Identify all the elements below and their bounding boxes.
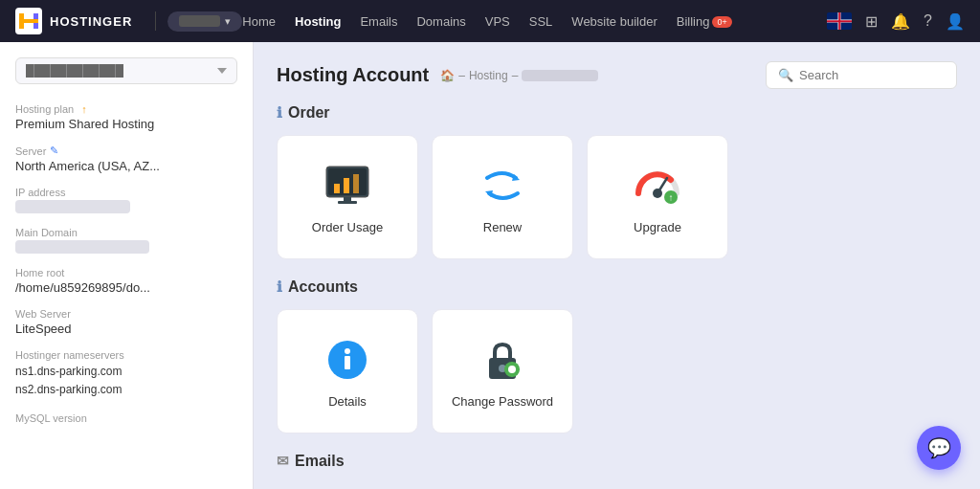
sidebar-field-webserver: Web Server LiteSpeed [15,308,237,336]
server-label: Server [15,145,46,157]
svg-rect-3 [19,19,38,23]
emails-envelope-icon: ✉ [277,453,289,470]
webserver-label: Web Server [15,308,71,320]
nav-billing[interactable]: Billing0+ [677,14,732,29]
chat-icon: 💬 [927,436,951,459]
ip-value [15,200,130,213]
nav-home[interactable]: Home [242,14,276,29]
svg-rect-8 [353,174,359,193]
details-icon [324,337,370,383]
server-edit-icon[interactable]: ✎ [50,144,58,157]
nameservers-label: Hostinger nameservers [15,349,124,361]
renew-label: Renew [483,220,522,234]
svg-rect-24 [511,362,513,365]
breadcrumb-account [522,70,598,81]
order-section: ℹ Order [277,104,957,259]
details-card[interactable]: Details [277,309,418,433]
page-layout: ████████████ Hosting plan ↑ Premium Shar… [0,42,980,489]
nav-ssl[interactable]: SSL [529,14,553,29]
nav-emails[interactable]: Emails [360,14,397,29]
notification-icon[interactable]: 🔔 [891,12,910,31]
svg-rect-25 [511,374,513,377]
emails-section-title: ✉ Emails [277,453,957,470]
details-label: Details [328,394,367,409]
account-selector[interactable]: ▾ [167,11,242,32]
order-section-title: ℹ Order [277,104,957,122]
search-box[interactable]: 🔍 [766,61,957,89]
order-usage-card[interactable]: Order Usage [277,135,418,259]
chat-button[interactable]: 💬 [917,426,961,470]
change-password-icon [479,337,525,383]
hosting-plan-label: Hosting plan [15,103,74,115]
change-password-card[interactable]: Change Password [432,309,573,433]
order-usage-label: Order Usage [312,220,383,234]
language-selector[interactable] [827,12,852,30]
sidebar-field-server: Server ✎ North America (USA, AZ... [15,144,237,173]
svg-point-23 [508,366,516,373]
nav-hosting[interactable]: Hosting [295,14,341,29]
renew-card[interactable]: Renew [432,135,573,259]
svg-rect-6 [334,184,340,193]
upgrade-icon: ↑ [633,163,682,209]
breadcrumb-sep1: – [458,69,465,82]
nav-divider [155,11,156,31]
billing-badge: 0+ [712,16,731,28]
renew-icon [478,165,527,207]
topnav-right: ⊞ 🔔 ? 👤 [827,12,965,31]
sidebar-field-nameservers: Hostinger nameservers ns1.dns-parking.co… [15,349,237,399]
svg-text:↑: ↑ [669,192,674,203]
emails-section: ✉ Emails [277,453,957,470]
server-value: North America (USA, AZ... [15,159,237,173]
ip-label: IP address [15,187,65,198]
homeroot-value: /home/u859269895/do... [15,280,237,295]
order-usage-icon-area [323,161,372,211]
hosting-select[interactable]: ████████████ [15,57,237,84]
mysql-label: MySQL version [15,412,87,424]
svg-rect-26 [504,368,507,370]
renew-icon-area [478,161,527,211]
accounts-section: ℹ Accounts Details [277,278,957,433]
search-icon: 🔍 [778,68,793,82]
upgrade-icon[interactable]: ↑ [81,103,87,115]
accounts-cards: Details [277,309,957,433]
order-cards: Order Usage [277,135,957,259]
logo[interactable]: HOSTINGER [15,8,132,34]
logo-text: HOSTINGER [50,14,132,29]
emails-title-text: Emails [295,453,345,470]
change-password-label: Change Password [452,394,553,409]
nav-domains[interactable]: Domains [416,14,465,29]
nav-website-builder[interactable]: Website builder [571,14,657,29]
topnav: HOSTINGER ▾ Home Hosting Emails Domains … [0,0,980,42]
logo-icon [15,8,42,34]
svg-rect-10 [338,201,357,204]
breadcrumb-sep2: – [512,69,519,82]
dropdown-arrow: ▾ [225,15,231,28]
webserver-value: LiteSpeed [15,322,237,336]
profile-icon[interactable]: 👤 [946,12,965,31]
details-icon-area [323,335,372,385]
main-content: Hosting Account 🏠 – Hosting – 🔍 ℹ Order [254,42,980,489]
main-nav: Home Hosting Emails Domains VPS SSL Webs… [242,14,827,29]
order-usage-icon [323,165,372,207]
domain-value [15,240,149,254]
svg-point-19 [345,348,350,354]
sidebar-field-hosting-plan: Hosting plan ↑ Premium Shared Hosting [15,103,237,131]
header-left: Hosting Account 🏠 – Hosting – [277,64,598,86]
content-header: Hosting Account 🏠 – Hosting – 🔍 [277,61,957,89]
upgrade-label: Upgrade [634,220,681,234]
sidebar-field-domain: Main Domain [15,227,237,254]
upgrade-card[interactable]: ↑ Upgrade [587,135,728,259]
account-pill-text [179,15,220,27]
sidebar-field-mysql: MySQL version [15,412,237,424]
order-info-icon: ℹ [277,104,282,122]
store-icon[interactable]: ⊞ [865,12,878,31]
hosting-selector[interactable]: ████████████ [15,57,237,84]
homeroot-label: Home root [15,267,64,278]
hosting-plan-value: Premium Shared Hosting [15,117,237,131]
nav-vps[interactable]: VPS [485,14,510,29]
accounts-info-icon: ℹ [277,278,282,296]
help-icon[interactable]: ? [924,12,932,30]
order-title-text: Order [288,104,330,122]
search-input[interactable] [799,68,945,82]
breadcrumb-hosting: Hosting [469,69,508,82]
